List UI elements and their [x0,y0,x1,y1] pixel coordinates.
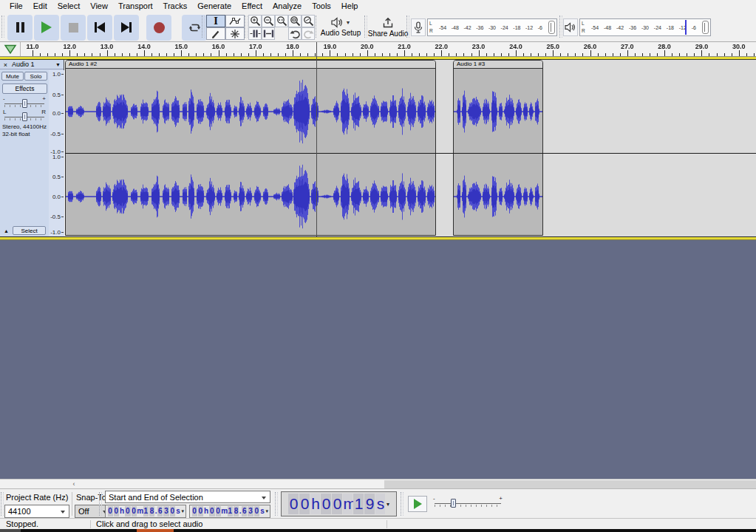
collapse-track-icon[interactable]: ▲ [1,227,11,235]
project-rate-combo[interactable]: 44100 [4,505,69,518]
time-digit[interactable]: 0 [170,506,175,516]
time-digit[interactable]: 0 [288,494,299,514]
audio-clip[interactable]: Audio 1 #3 [453,60,543,236]
time-digit[interactable]: 0 [132,506,137,516]
menu-item-generate[interactable]: Generate [192,1,236,11]
mute-button[interactable]: Mute [1,72,24,81]
fit-project-button[interactable] [288,15,302,27]
timeline-options-button[interactable] [0,42,21,56]
zoom-toggle-button[interactable] [302,15,315,27]
playback-speed-slider[interactable]: - + [433,497,503,511]
close-track-icon[interactable]: × [1,61,10,69]
playback-meter[interactable]: LR -54-48-42-36-30-24-18-12-6 [563,18,711,37]
gain-slider-thumb[interactable] [22,99,27,108]
waveform-area[interactable]: Audio 1 #2Audio 1 #3 [65,60,756,236]
stop-button[interactable] [61,15,86,41]
track-control-panel[interactable]: × Audio 1 ▼ Mute Solo Effects - + L R St… [0,60,64,236]
fit-selection-button[interactable] [275,15,288,27]
time-digit[interactable]: 0 [332,494,342,514]
menu-item-transport[interactable]: Transport [113,1,158,11]
time-digit[interactable]: 9 [364,494,375,514]
time-unit[interactable]: h [204,506,209,516]
menu-item-help[interactable]: Help [336,1,364,11]
time-digit[interactable]: 1 [143,506,149,516]
time-digit[interactable]: 3 [248,506,253,516]
menu-item-file[interactable]: File [4,1,28,11]
scrollbar-thumb[interactable] [384,480,756,488]
playback-speaker-icon[interactable] [563,18,578,36]
menu-item-edit[interactable]: Edit [28,1,52,11]
time-unit[interactable]: m [221,506,227,516]
timeline-ruler[interactable] [0,42,756,56]
timeline-ruler-scale[interactable] [0,42,756,56]
multi-tool-button[interactable] [225,27,245,40]
clip-title[interactable]: Audio 1 #3 [454,61,542,69]
time-unit[interactable]: s [175,506,180,516]
time-unit[interactable]: h [310,494,320,514]
recording-meter-bar[interactable]: LR -54-48-42-36-30-24-18-12-6 [427,18,557,36]
solo-button[interactable]: Solo [24,72,47,81]
speed-slider-thumb[interactable] [451,499,456,508]
scroll-left-arrow-icon[interactable]: ‹ [69,480,79,488]
zoom-out-button[interactable] [262,15,275,27]
time-digit[interactable]: 0 [108,506,113,516]
track-name[interactable]: Audio 1 [12,61,55,68]
trim-audio-button[interactable] [248,27,262,40]
undo-button[interactable] [288,27,302,40]
time-digit[interactable]: 0 [125,506,130,516]
microphone-icon[interactable] [411,18,426,36]
draw-tool-button[interactable] [206,27,225,40]
effects-button[interactable]: Effects [2,83,47,94]
time-digit[interactable]: 0 [216,506,221,516]
play-at-speed-button[interactable] [408,496,427,512]
playback-meter-bar[interactable]: LR -54-48-42-36-30-24-18-12-6 [579,18,711,36]
selection-end-time[interactable]: 00h00m18.630s▾ [189,505,270,518]
time-unit[interactable]: h [120,506,125,516]
menu-item-analyze[interactable]: Analyze [268,1,307,11]
time-digit[interactable]: 1 [353,494,364,514]
time-unit[interactable]: s [375,494,385,514]
time-format-caret-icon[interactable]: ▾ [266,508,269,514]
gain-slider[interactable]: - + [3,98,46,109]
skip-to-start-button[interactable] [87,15,112,41]
record-button[interactable] [146,15,171,41]
share-audio-button[interactable]: Share Audio [367,13,409,41]
time-digit[interactable]: 6 [157,506,163,516]
time-unit[interactable]: m [137,506,143,516]
toolbar-grip[interactable] [99,492,102,516]
time-digit[interactable]: 0 [299,494,310,514]
menu-item-tools[interactable]: Tools [307,1,336,11]
time-format-caret-icon[interactable]: ▾ [182,508,185,514]
pause-button[interactable] [7,15,33,41]
time-digit[interactable]: 1 [228,506,233,516]
time-digit[interactable]: 0 [321,494,331,514]
toolbar-grip[interactable] [559,16,562,38]
toolbar-grip[interactable] [1,492,4,516]
selection-tool-button[interactable]: I [206,15,225,27]
menu-item-tracks[interactable]: Tracks [158,1,193,11]
pan-slider-thumb[interactable] [22,112,27,121]
menu-item-view[interactable]: View [85,1,113,11]
silence-audio-button[interactable] [262,27,275,40]
time-digit[interactable]: 0 [209,506,214,516]
time-digit[interactable]: 0 [192,506,197,516]
select-track-button[interactable]: Select [13,226,46,235]
menu-item-select[interactable]: Select [52,1,86,11]
time-digit[interactable]: 0 [254,506,259,516]
recording-meter[interactable]: LR -54-48-42-36-30-24-18-12-6 [411,18,557,37]
toolbar-grip[interactable] [202,16,205,38]
time-format-caret-icon[interactable]: ▾ [386,501,389,508]
track-header[interactable]: × Audio 1 ▼ [0,60,64,69]
pan-slider[interactable]: L R [3,111,46,122]
time-digit[interactable]: 0 [198,506,203,516]
skip-to-end-button[interactable] [114,15,139,41]
play-button[interactable] [34,15,59,41]
zoom-in-button[interactable] [248,15,262,27]
audio-setup-button[interactable]: ▼ Audio Setup [318,13,364,41]
time-digit[interactable]: 3 [163,506,168,516]
toolbar-grip[interactable] [401,492,403,516]
waveform-canvas[interactable] [454,69,542,236]
toolbar-grip[interactable] [245,16,248,38]
time-digit[interactable]: 6 [242,506,247,516]
track-menu-caret-icon[interactable]: ▼ [55,62,61,67]
